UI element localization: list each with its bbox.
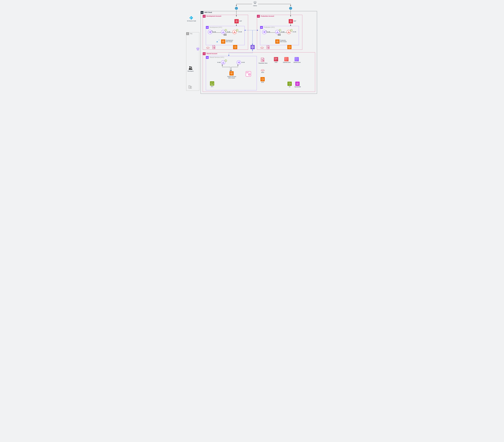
ecr-icon-dev [233, 45, 237, 49]
svg-point-38 [252, 46, 253, 46]
svg-point-40 [251, 47, 252, 47]
svg-rect-90 [288, 33, 288, 33]
svg-rect-63 [234, 33, 235, 33]
clients-label: Clients [252, 5, 258, 6]
prod-account-frame: Production Account WAF Productio [257, 15, 302, 50]
svg-point-67 [223, 41, 224, 42]
parameter-store-icon-shared [260, 57, 265, 62]
acm-mini-icon [236, 29, 238, 31]
efs-icon [210, 81, 214, 86]
svg-marker-116 [231, 72, 233, 75]
int-nlb-icon-dev [208, 30, 212, 34]
eks-icon-prod [275, 39, 280, 44]
svg-rect-109 [224, 63, 224, 64]
svg-marker-131 [261, 78, 264, 80]
account-badge-icon [257, 15, 260, 18]
dev-account-title: Development Account [206, 15, 221, 17]
svg-rect-87 [278, 33, 279, 33]
svg-point-127 [276, 58, 277, 58]
svg-text:53: 53 [296, 59, 297, 60]
parameter-store-icon-prod [266, 45, 270, 50]
parameter-store-label: Parameter Store [257, 62, 269, 64]
shared-account-title: Shared Account [206, 53, 217, 54]
svg-point-60 [225, 30, 226, 30]
svg-rect-61 [234, 31, 235, 32]
account-badge-icon [203, 15, 206, 18]
developers-icon [188, 66, 193, 71]
svg-rect-104 [203, 54, 204, 54]
svg-rect-57 [222, 33, 223, 33]
svg-text:53: 53 [286, 59, 287, 60]
acm-label: ACM [273, 62, 279, 63]
globe-icon-dev [234, 6, 238, 11]
irsa-label: IRSA [260, 72, 265, 73]
developers-label: Developers [187, 71, 194, 72]
svg-rect-103 [204, 53, 205, 53]
svg-rect-105 [207, 57, 208, 58]
svg-point-74 [258, 16, 258, 16]
svg-rect-106 [223, 62, 223, 62]
int-zone-label: Internal Zone [292, 62, 302, 63]
svg-point-65 [237, 30, 237, 30]
svg-rect-86 [277, 33, 278, 33]
int-alb-label-dev: int-alb [227, 31, 230, 33]
svg-rect-27 [189, 86, 190, 88]
dev-account-frame: Development Account WAF Developm [203, 15, 248, 50]
parameter-store-icon-dev [212, 45, 216, 50]
svg-rect-80 [263, 32, 264, 33]
svg-point-95 [277, 41, 278, 42]
dynamodb-label: DynamoDB [294, 86, 302, 88]
svg-point-100 [269, 48, 269, 48]
dynamodb-icon [295, 82, 300, 86]
org-badge-icon [186, 32, 189, 35]
shared-account-frame: Shared Account Shared Services (VPC) int… [203, 52, 315, 92]
iam-identity-center-icon [196, 47, 199, 51]
globe-icon-prod [288, 6, 293, 11]
svg-rect-113 [239, 62, 240, 62]
svg-point-72 [215, 48, 215, 48]
route53-external-icon: 53 [284, 57, 288, 61]
eks-icon-shared [229, 71, 234, 75]
prod-account-title: Production Account [261, 15, 274, 17]
dev-vpc-frame: Development (VPC) int-nlb [206, 26, 245, 45]
svg-marker-101 [288, 46, 290, 48]
ext-zone-label: External Zone [282, 62, 291, 63]
acm-mini-icon [290, 29, 292, 31]
svg-rect-75 [259, 16, 259, 16]
eks-label-shared: Shared Services EKS Cluster [226, 76, 237, 79]
svg-rect-51 [209, 32, 210, 32]
svg-rect-83 [265, 33, 265, 33]
svg-rect-76 [258, 17, 258, 17]
svg-rect-82 [265, 32, 265, 32]
eks-label-prod: Production EKS Cluster [280, 40, 287, 42]
svg-point-117 [231, 73, 232, 74]
int-nlb-label-shared: int-nlb [241, 62, 245, 63]
ecr-label: ECR [260, 82, 265, 83]
acm-mini-icon [225, 60, 227, 62]
svg-point-41 [253, 47, 254, 47]
svg-rect-56 [223, 31, 223, 32]
svg-marker-73 [234, 46, 236, 48]
svg-point-128 [277, 58, 277, 58]
svg-rect-81 [265, 31, 265, 32]
svg-rect-16 [187, 33, 188, 34]
svg-point-102 [203, 53, 204, 53]
ext-alb-label-prod: ext-alb [292, 31, 296, 33]
svg-rect-48 [203, 17, 204, 17]
svg-rect-64 [235, 33, 236, 33]
svg-point-134 [297, 83, 298, 83]
prod-vpc-title: Production (VPC) [264, 27, 275, 28]
org-title: Org [190, 33, 192, 34]
org-buildings-icon [188, 85, 193, 89]
svg-point-133 [290, 84, 290, 84]
svg-rect-79 [263, 32, 264, 32]
svg-point-124 [263, 61, 264, 61]
int-alb-label-prod: int-alb [281, 31, 285, 33]
waf-icon-dev [234, 19, 239, 23]
svg-rect-84 [277, 31, 278, 32]
svg-point-23 [198, 49, 198, 50]
svg-rect-108 [223, 63, 223, 64]
vpc-badge-icon [260, 26, 263, 29]
svg-rect-115 [239, 63, 240, 64]
org-frame: Org Developers [186, 32, 199, 91]
